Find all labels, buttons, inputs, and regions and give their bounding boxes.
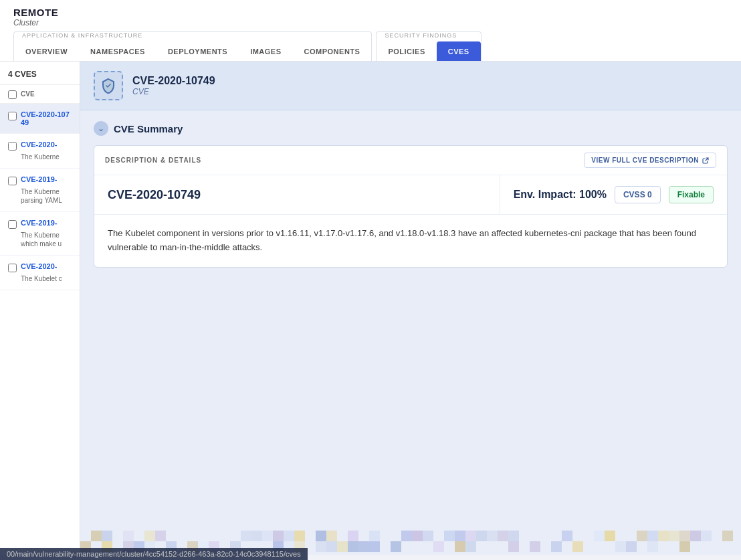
app-infra-label: APPLICATION & INFRASTRUCTURE (14, 32, 371, 39)
cve-description-text: The Kubelet component in versions prior … (94, 215, 727, 267)
cve-checkbox-1[interactable] (8, 112, 17, 120)
tab-deployments[interactable]: DEPLOYMENTS (156, 41, 239, 61)
description-header: DESCRIPTION & DETAILS VIEW FULL CVE DESC… (94, 146, 727, 175)
toggle-circle-icon: ⌄ (94, 121, 108, 136)
cve-snippet-2: The Kuberne (8, 153, 72, 161)
security-label: SECURITY FINDINGS (377, 32, 480, 39)
summary-toggle[interactable]: ⌄ CVE Summary (94, 121, 728, 136)
tab-components[interactable]: COMPONENTS (293, 41, 372, 61)
tab-overview[interactable]: OVERVIEW (14, 41, 79, 61)
cluster-title: REMOTE Cluster (13, 7, 728, 27)
cve-detail-id-col: CVE-2020-10749 (94, 175, 500, 214)
summary-title: CVE Summary (114, 123, 183, 134)
cve-header-sub: CVE (132, 87, 215, 96)
app-infra-tabs: OVERVIEW NAMESPACES DEPLOYMENTS IMAGES C… (14, 41, 371, 61)
tab-cves[interactable]: CVES (437, 41, 481, 61)
detail-panel: CVE-2020-10749 CVE ⌄ CVE Summary DESCRIP… (80, 62, 741, 555)
tab-policies[interactable]: POLICIES (377, 41, 436, 61)
security-group: SECURITY FINDINGS POLICIES CVES (376, 31, 481, 61)
fixable-badge: Fixable (669, 186, 714, 203)
env-impact: Env. Impact: 100% (514, 189, 607, 201)
main-content: 4 CVES CVE CVE-2020-10749 CVE-2020- The … (0, 62, 741, 555)
cve-checkbox-3[interactable] (8, 177, 17, 185)
cve-checkbox-4[interactable] (8, 220, 17, 229)
app-infra-group: APPLICATION & INFRASTRUCTURE OVERVIEW NA… (13, 31, 372, 61)
cve-count: 4 CVES (8, 70, 37, 79)
list-item[interactable]: CVE-2019- The Kuberne parsing YAML (0, 169, 80, 212)
shield-icon (100, 78, 116, 94)
tab-namespaces[interactable]: NAMESPACES (79, 41, 156, 61)
external-link-icon (702, 157, 709, 164)
cve-id-2: CVE-2020- (21, 141, 57, 149)
view-full-cve-button[interactable]: VIEW FULL CVE DESCRIPTION (584, 153, 716, 168)
cve-header-title: CVE-2020-10749 (132, 75, 215, 87)
cve-icon-box (94, 71, 123, 100)
cve-col-label: CVE (21, 90, 35, 98)
cve-snippet-5: The Kubelet c (8, 274, 72, 283)
top-bar: REMOTE Cluster APPLICATION & INFRASTRUCT… (0, 0, 741, 62)
cve-detail-id: CVE-2020-10749 (108, 188, 201, 202)
cve-id-3: CVE-2019- (21, 175, 57, 183)
cve-detail-meta-col: Env. Impact: 100% CVSS 0 Fixable (500, 175, 727, 214)
cve-id-1: CVE-2020-10749 (21, 110, 72, 126)
description-label: DESCRIPTION & DETAILS (105, 157, 201, 164)
description-card: DESCRIPTION & DETAILS VIEW FULL CVE DESC… (94, 145, 728, 268)
cve-id-4: CVE-2019- (21, 219, 57, 227)
cve-snippet-4: The Kuberne which make u (8, 231, 72, 248)
list-item[interactable]: CVE-2020- The Kuberne (0, 134, 80, 169)
select-all-checkbox[interactable] (8, 90, 17, 99)
list-item[interactable]: CVE-2020-10749 (0, 104, 80, 134)
cve-detail-row: CVE-2020-10749 Env. Impact: 100% CVSS 0 … (94, 175, 727, 215)
app-title: REMOTE (13, 7, 728, 18)
list-item[interactable]: CVE-2019- The Kuberne which make u (0, 212, 80, 256)
cve-header: CVE-2020-10749 CVE (80, 62, 741, 110)
cvss-badge: CVSS 0 (615, 186, 661, 203)
nav-tabs: APPLICATION & INFRASTRUCTURE OVERVIEW NA… (13, 31, 728, 61)
status-bar: 00/main/vulnerability-management/cluster… (0, 548, 308, 560)
cve-id-5: CVE-2020- (21, 262, 57, 270)
sidebar-header: 4 CVES (0, 62, 80, 85)
cve-header-text: CVE-2020-10749 CVE (132, 75, 215, 96)
app-subtitle: Cluster (13, 18, 728, 27)
cve-checkbox-5[interactable] (8, 264, 17, 272)
cve-summary-section: ⌄ CVE Summary DESCRIPTION & DETAILS VIEW… (80, 110, 741, 278)
cve-snippet-3: The Kuberne parsing YAML (8, 187, 72, 205)
list-item[interactable]: CVE-2020- The Kubelet c (0, 256, 80, 290)
security-tabs: POLICIES CVES (377, 41, 480, 61)
tab-images[interactable]: IMAGES (239, 41, 292, 61)
cve-checkbox-2[interactable] (8, 142, 17, 151)
cve-sidebar: 4 CVES CVE CVE-2020-10749 CVE-2020- The … (0, 62, 80, 555)
